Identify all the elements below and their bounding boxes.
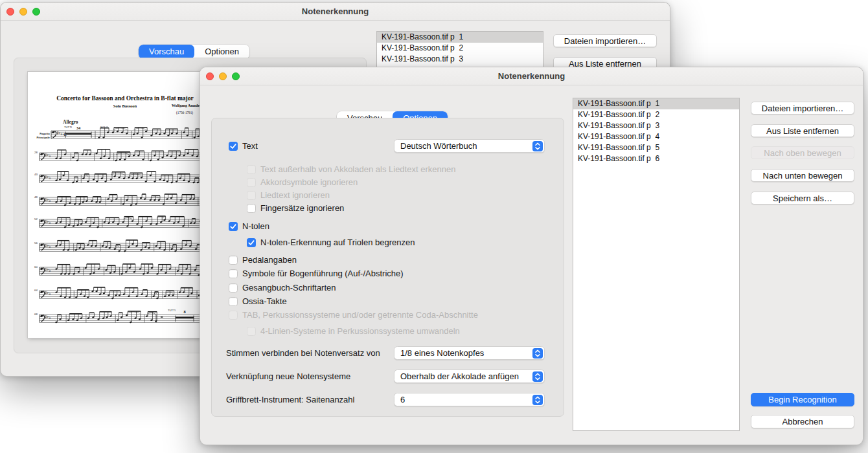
back-tab-optionen[interactable]: Optionen (194, 45, 249, 59)
checkbox-label: N-tolen-Erkennung auf Triolen begrenzen (260, 238, 415, 247)
nach-unten-bewegen-button[interactable]: Nach unten bewegen (751, 169, 854, 182)
back-tab-vorschau[interactable]: Vorschau (139, 45, 194, 59)
back-window-title: Notenerkennung (1, 6, 670, 16)
svg-text:68: 68 (34, 313, 38, 316)
file-list-item[interactable]: KV-191-Bassoon.tif p 1 (573, 98, 739, 109)
front-window-title: Notenerkennung (200, 71, 863, 81)
file-list-item[interactable]: KV-191-Bassoon.tif p 2 (377, 43, 543, 54)
speichern-als-button[interactable]: Speichern als… (751, 192, 854, 204)
back-titlebar[interactable]: Notenerkennung (1, 3, 670, 21)
nach-oben-bewegen-button: Nach oben bewegen (751, 146, 854, 159)
popup-label-stimmen-verbinden-bei-notenversatz-von: Stimmen verbinden bei Notenversatz von (226, 348, 380, 358)
checkbox-row-n-tolen-erkennung-auf-triolen-begrenzen[interactable]: N-tolen-Erkennung auf Triolen begrenzen (247, 238, 415, 247)
checkbox-row-ossia-takte[interactable]: Ossia-Takte (229, 296, 287, 306)
svg-text:28: 28 (34, 151, 38, 154)
popup-stepper-icon (532, 395, 543, 405)
music-notation: ♭♭CAllegroTUTTISOLO34FagottoPrincipale♭♭… (28, 72, 222, 338)
popup-stepper-icon (532, 141, 543, 151)
popup-stepper-icon (532, 348, 543, 359)
file-list-item[interactable]: KV-191-Bassoon.tif p 2 (573, 109, 739, 120)
checkbox-label: TAB, Perkussionssysteme und/oder getrenn… (242, 310, 478, 320)
svg-text:♭: ♭ (49, 198, 51, 203)
checkbox[interactable] (229, 222, 238, 231)
svg-text:♭: ♭ (49, 153, 51, 159)
popup-verknüpfung-neue-notensysteme[interactable]: Oberhalb der Akkolade anfügen (394, 370, 545, 383)
checkbox[interactable] (247, 238, 256, 247)
front-titlebar[interactable]: Notenerkennung (200, 67, 863, 85)
svg-text:34: 34 (76, 126, 81, 130)
checkbox-row-liedtext-ignorieren: Liedtext ignorieren (247, 190, 330, 200)
checkbox-row-pedalangaben[interactable]: Pedalangaben (229, 255, 297, 265)
dictionary-popup[interactable]: Deutsch Wörterbuch (394, 139, 545, 153)
svg-text:52: 52 (34, 217, 38, 221)
file-list-item[interactable]: KV-191-Bassoon.tif p 4 (573, 131, 739, 142)
checkbox (247, 327, 256, 336)
checkbox-label: Liedtext ignorieren (260, 190, 330, 200)
dateien-importieren-button[interactable]: Dateien importieren… (751, 102, 854, 115)
checkbox[interactable] (247, 204, 256, 213)
checkbox[interactable] (229, 256, 238, 265)
svg-text:♭: ♭ (49, 175, 51, 181)
front-window: Notenerkennung VorschauOptionen Text Deu… (200, 67, 863, 445)
checkbox-row-symbole-für-bogenführung-auf-abstriche[interactable]: Symbole für Bogenführung (Auf-/Abstriche… (229, 269, 404, 278)
checkbox-row-text-außerhalb-von-akkoladen-als-liedtex: Text außerhalb von Akkoladen als Liedtex… (247, 164, 455, 174)
dictionary-popup-value: Deutsch Wörterbuch (394, 141, 532, 151)
checkbox-label: Gesangbuch-Schriftarten (242, 283, 336, 293)
svg-text:Principale: Principale (36, 136, 50, 139)
file-list-item[interactable]: KV-191-Bassoon.tif p 3 (377, 54, 543, 65)
checkbox[interactable] (229, 283, 238, 293)
back-import-button[interactable]: Dateien importieren… (553, 34, 657, 47)
begin-recognition-button[interactable]: Begin Recognition (751, 393, 854, 406)
file-list-item[interactable]: KV-191-Bassoon.tif p 1 (377, 32, 543, 43)
svg-text:43: 43 (34, 173, 38, 176)
checkbox-label: Fingersätze ignorieren (260, 203, 344, 213)
checkbox (247, 178, 256, 187)
popup-value: 1/8 eines Notenkopfes (394, 348, 532, 358)
svg-text:48: 48 (34, 195, 38, 199)
popup-griffbrett-instrument-saitenanzahl[interactable]: 6 (394, 393, 545, 406)
svg-text:C: C (63, 132, 67, 137)
file-list-item[interactable]: KV-191-Bassoon.tif p 5 (573, 142, 739, 153)
checkbox[interactable] (229, 269, 238, 278)
checkbox (229, 311, 238, 320)
cancel-button[interactable]: Abbrechen (751, 415, 854, 428)
checkbox-row-n-tolen[interactable]: N-tolen (229, 221, 269, 231)
text-checkbox-label: Text (242, 141, 258, 151)
file-list-item[interactable]: KV-191-Bassoon.tif p 3 (573, 120, 739, 131)
checkbox-label: N-tolen (242, 221, 269, 231)
popup-value: 6 (394, 395, 532, 404)
checkbox-row-fingersätze-ignorieren[interactable]: Fingersätze ignorieren (247, 203, 344, 213)
svg-text:56: 56 (34, 241, 38, 245)
sheet-music-preview: Concerto for Bassoon and Orchestra in B-… (28, 72, 222, 338)
file-list-item[interactable]: KV-191-Bassoon.tif p 6 (573, 153, 739, 164)
svg-text:Allegro: Allegro (63, 119, 78, 125)
checkbox (247, 165, 256, 174)
svg-text:60: 60 (34, 265, 38, 269)
checkbox-label: Symbole für Bogenführung (Auf-/Abstriche… (242, 269, 404, 278)
checkbox-row-gesangbuch-schriftarten[interactable]: Gesangbuch-Schriftarten (229, 283, 336, 293)
checkbox-row-text[interactable]: Text (229, 141, 258, 151)
popup-value: Oberhalb der Akkolade anfügen (394, 371, 532, 381)
popup-label-verknüpfung-neue-notensysteme: Verknüpfung neue Notensysteme (226, 371, 350, 381)
front-file-list[interactable]: KV-191-Bassoon.tif p 1KV-191-Bassoon.tif… (573, 98, 740, 431)
checkbox-row-4-linien-systeme-in-perkussionssysteme-u: 4-Linien-Systeme in Perkussionssysteme u… (247, 326, 460, 336)
popup-stepper-icon (532, 371, 543, 382)
svg-text:TUTTI: TUTTI (64, 126, 72, 129)
checkbox-label: Ossia-Takte (242, 296, 287, 306)
svg-text:♭: ♭ (61, 131, 63, 137)
checkbox-label: Pedalangaben (242, 255, 297, 265)
svg-text:8: 8 (183, 309, 186, 314)
svg-text:♭: ♭ (49, 220, 51, 225)
svg-text:Fagotto: Fagotto (40, 132, 50, 135)
aus-liste-entfernen-button[interactable]: Aus Liste entfernen (751, 124, 854, 137)
checkbox[interactable] (229, 297, 238, 306)
popup-stimmen-verbinden-bei-notenversatz-von[interactable]: 1/8 eines Notenkopfes (394, 346, 545, 360)
svg-text:TUTTI: TUTTI (168, 309, 176, 312)
popup-label-griffbrett-instrument-saitenanzahl: Griffbrett-Instrument: Saitenanzahl (226, 395, 354, 404)
checkbox-label: Akkordsymbole ignorieren (260, 177, 358, 187)
checkbox-row-akkordsymbole-ignorieren: Akkordsymbole ignorieren (247, 177, 358, 187)
checkbox-row-tab-perkussionssysteme-und-oder-getrennt: TAB, Perkussionssysteme und/oder getrenn… (229, 310, 478, 320)
checkbox (247, 191, 256, 200)
back-tab-control: VorschauOptionen (139, 45, 249, 59)
text-checkbox[interactable] (229, 142, 238, 151)
